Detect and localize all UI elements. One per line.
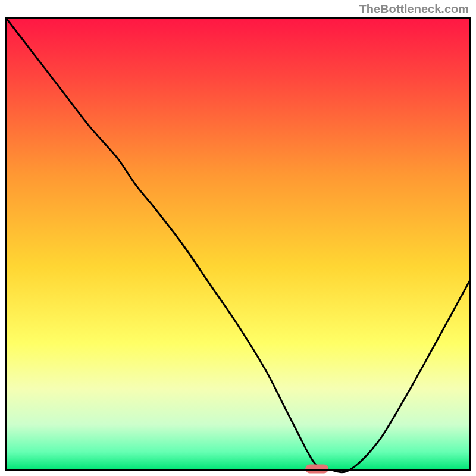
chart-background	[6, 18, 470, 470]
chart-container: TheBottleneck.com	[0, 0, 476, 476]
bottleneck-chart	[0, 0, 476, 476]
watermark-text: TheBottleneck.com	[359, 2, 469, 16]
